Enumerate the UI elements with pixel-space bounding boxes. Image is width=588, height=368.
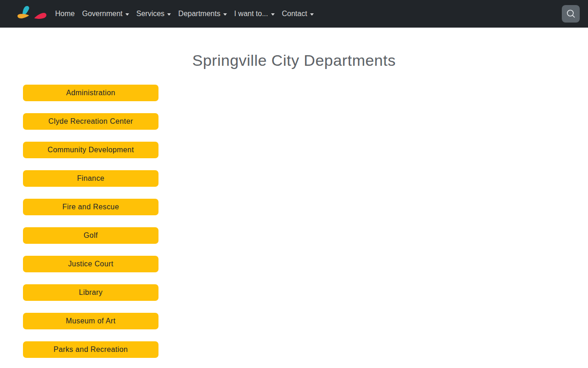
chevron-down-icon xyxy=(223,13,227,16)
chevron-down-icon xyxy=(125,13,129,16)
department-button-community-development[interactable]: Community Development xyxy=(23,142,158,158)
department-button-administration[interactable]: Administration xyxy=(23,85,158,101)
nav-item-label: Departments xyxy=(178,10,220,18)
department-button-golf[interactable]: Golf xyxy=(23,227,158,244)
chevron-down-icon xyxy=(167,13,171,16)
navbar: HomeGovernmentServicesDepartmentsI want … xyxy=(0,0,588,28)
page-title: Springville City Departments xyxy=(0,52,588,69)
department-button-parks-and-recreation[interactable]: Parks and Recreation xyxy=(23,341,158,358)
department-button-clyde-recreation-center[interactable]: Clyde Recreation Center xyxy=(23,113,158,130)
chevron-down-icon xyxy=(271,13,275,16)
chevron-down-icon xyxy=(310,13,314,16)
nav-item-contact[interactable]: Contact xyxy=(278,6,317,22)
city-logo[interactable] xyxy=(17,6,47,19)
department-button-museum-of-art[interactable]: Museum of Art xyxy=(23,313,158,329)
nav-item-services[interactable]: Services xyxy=(133,6,175,22)
nav-menu: HomeGovernmentServicesDepartmentsI want … xyxy=(51,6,317,22)
department-button-justice-court[interactable]: Justice Court xyxy=(23,256,158,272)
main-content: Springville City Departments Administrat… xyxy=(0,52,588,358)
department-button-fire-and-rescue[interactable]: Fire and Rescue xyxy=(23,199,158,215)
department-button-library[interactable]: Library xyxy=(23,284,158,301)
department-list: AdministrationClyde Recreation CenterCom… xyxy=(23,85,158,358)
search-button[interactable] xyxy=(562,5,580,23)
nav-item-label: Home xyxy=(55,10,75,18)
splash-logo-icon xyxy=(17,6,47,19)
nav-item-government[interactable]: Government xyxy=(79,6,133,22)
nav-item-i-want-to[interactable]: I want to... xyxy=(231,6,278,22)
nav-item-home[interactable]: Home xyxy=(51,6,79,22)
nav-item-label: I want to... xyxy=(234,10,268,18)
nav-item-label: Government xyxy=(82,10,123,18)
nav-item-label: Contact xyxy=(282,10,307,18)
nav-item-departments[interactable]: Departments xyxy=(175,6,231,22)
department-button-finance[interactable]: Finance xyxy=(23,170,158,187)
search-icon xyxy=(566,9,576,19)
nav-item-label: Services xyxy=(136,10,164,18)
